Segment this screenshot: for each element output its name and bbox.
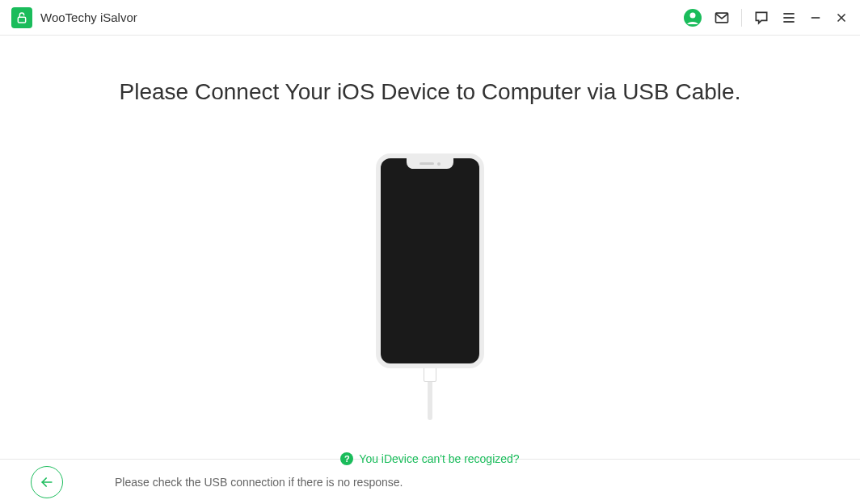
feedback-button[interactable] bbox=[753, 10, 769, 26]
header-divider bbox=[741, 9, 742, 27]
chat-icon bbox=[753, 10, 769, 26]
close-icon bbox=[834, 10, 849, 25]
footer-bar: Please check the USB connection if there… bbox=[0, 459, 860, 504]
phone-notch bbox=[407, 158, 453, 169]
app-logo bbox=[11, 7, 32, 28]
user-circle-icon bbox=[683, 8, 702, 27]
svg-rect-0 bbox=[18, 17, 25, 23]
phone-speaker bbox=[419, 162, 434, 165]
question-icon: ? bbox=[340, 452, 353, 465]
header-right bbox=[683, 8, 849, 27]
lock-icon bbox=[15, 11, 28, 24]
cable-connector bbox=[424, 367, 436, 383]
header-bar: WooTechy iSalvor bbox=[0, 0, 860, 36]
close-button[interactable] bbox=[834, 10, 849, 25]
header-left: WooTechy iSalvor bbox=[11, 7, 137, 28]
help-link-text: You iDevice can't be recogized? bbox=[359, 452, 519, 465]
account-button[interactable] bbox=[683, 8, 702, 27]
main-content: Please Connect Your iOS Device to Comput… bbox=[0, 36, 860, 459]
menu-button[interactable] bbox=[781, 10, 797, 26]
app-title: WooTechy iSalvor bbox=[40, 10, 137, 24]
back-button[interactable] bbox=[31, 466, 63, 498]
phone-body bbox=[376, 153, 484, 368]
mail-icon bbox=[714, 10, 730, 26]
arrow-left-icon bbox=[39, 474, 55, 490]
svg-point-2 bbox=[690, 12, 696, 18]
footer-hint: Please check the USB connection if there… bbox=[115, 476, 403, 489]
minimize-button[interactable] bbox=[808, 10, 823, 25]
phone-illustration bbox=[373, 153, 487, 420]
phone-screen bbox=[381, 158, 479, 363]
mail-button[interactable] bbox=[714, 10, 730, 26]
minimize-icon bbox=[808, 10, 823, 25]
hamburger-icon bbox=[781, 10, 797, 26]
instruction-title: Please Connect Your iOS Device to Comput… bbox=[120, 79, 741, 105]
help-link[interactable]: ? You iDevice can't be recogized? bbox=[340, 452, 519, 465]
phone-camera-dot bbox=[437, 162, 441, 166]
cable-wire bbox=[428, 382, 432, 420]
